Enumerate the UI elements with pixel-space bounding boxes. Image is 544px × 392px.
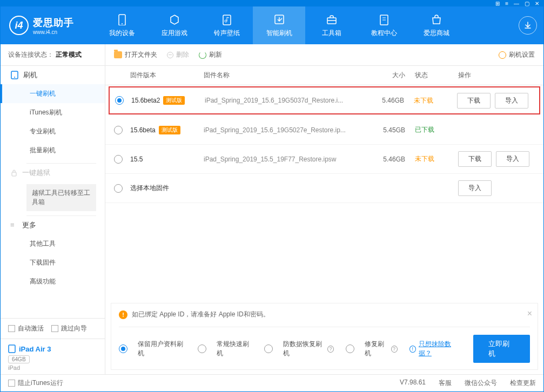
maximize-icon[interactable]: ▢ bbox=[525, 1, 529, 6]
gear-icon bbox=[499, 51, 506, 59]
import-button[interactable]: 导入 bbox=[496, 151, 529, 167]
info-icon[interactable]: ! bbox=[409, 346, 416, 353]
firmware-status: 未下载 bbox=[405, 154, 448, 164]
sidebar-section-flash[interactable]: 刷机 bbox=[1, 66, 105, 84]
titlebar: ⊞ ≡ — ▢ ✕ bbox=[1, 1, 543, 6]
firmware-size: 5.45GB bbox=[363, 126, 405, 134]
flash-mode-option-2[interactable]: 防数据恢复刷机? bbox=[264, 340, 334, 358]
version-label: V7.98.61 bbox=[400, 379, 426, 388]
tablet-icon bbox=[8, 344, 16, 353]
logo: i4 爱思助手 www.i4.cn bbox=[9, 16, 96, 35]
sidebar-item-flash-2[interactable]: 专业刷机 bbox=[1, 122, 105, 141]
block-itunes-checkbox[interactable]: 阻止iTunes运行 bbox=[8, 379, 63, 388]
flash-now-button[interactable]: 立即刷机 bbox=[473, 335, 530, 363]
nav-tab-device[interactable]: 我的设备 bbox=[96, 6, 148, 44]
version-text: 15.6beta bbox=[130, 126, 156, 134]
version-text: 15.6beta2 bbox=[131, 97, 160, 104]
nav-tab-apps[interactable]: 应用游戏 bbox=[148, 6, 200, 44]
radio-button[interactable] bbox=[346, 344, 354, 353]
jailbreak-note: 越狱工具已转移至工具箱 bbox=[26, 184, 96, 211]
import-button[interactable]: 导入 bbox=[495, 93, 528, 109]
warning-icon: ! bbox=[119, 310, 127, 319]
info-icon[interactable]: ? bbox=[391, 346, 398, 353]
nav-tab-toolbox[interactable]: 工具箱 bbox=[305, 6, 358, 44]
header: i4 爱思助手 www.i4.cn 我的设备应用游戏铃声壁纸智能刷机工具箱教程中… bbox=[1, 6, 543, 44]
skip-guide-checkbox[interactable]: 跳过向导 bbox=[51, 324, 87, 333]
col-status: 状态 bbox=[405, 71, 448, 80]
minimize-icon[interactable]: — bbox=[514, 1, 519, 6]
logo-url: www.i4.cn bbox=[33, 29, 74, 35]
close-notice-button[interactable]: × bbox=[527, 309, 532, 319]
info-icon[interactable]: ? bbox=[327, 346, 334, 353]
radio-button[interactable] bbox=[115, 96, 124, 105]
sidebar: 设备连接状态：正常模式 刷机 一键刷机iTunes刷机专业刷机批量刷机 一键越狱… bbox=[1, 44, 105, 374]
sidebar-item-more-0[interactable]: 其他工具 bbox=[1, 234, 105, 253]
device-info[interactable]: iPad Air 3 64GB iPad bbox=[1, 339, 105, 374]
flash-mode-option-0[interactable]: 保留用户资料刷机 bbox=[119, 340, 186, 358]
svg-point-3 bbox=[225, 20, 227, 22]
col-version: 固件版本 bbox=[130, 71, 204, 80]
connection-status: 设备连接状态：正常模式 bbox=[1, 44, 105, 66]
wechat-link[interactable]: 微信公众号 bbox=[465, 379, 497, 388]
flash-mode-option-3[interactable]: 修复刷机? bbox=[346, 340, 397, 358]
main-panel: 打开文件夹 删除 刷新 刷机设置 固件版本 固件名称 大小 状态 操作 15.6… bbox=[105, 44, 543, 374]
erase-data-link[interactable]: 只想抹除数据？ bbox=[419, 340, 461, 358]
col-name: 固件名称 bbox=[204, 71, 363, 80]
firmware-row[interactable]: 15.6beta测试版iPad_Spring_2019_15.6_19G5027… bbox=[105, 116, 543, 145]
table-header: 固件版本 固件名称 大小 状态 操作 bbox=[105, 66, 543, 85]
radio-button[interactable] bbox=[198, 344, 206, 353]
download-icon bbox=[523, 21, 532, 30]
sidebar-item-flash-3[interactable]: 批量刷机 bbox=[1, 141, 105, 160]
check-update-link[interactable]: 检查更新 bbox=[510, 379, 536, 388]
radio-button[interactable] bbox=[114, 184, 123, 193]
device-icon bbox=[116, 13, 129, 26]
beta-badge: 测试版 bbox=[163, 96, 185, 105]
svg-rect-9 bbox=[12, 172, 16, 176]
firmware-size: 5.46GB bbox=[362, 97, 404, 104]
apps-icon bbox=[168, 13, 181, 26]
sidebar-item-more-1[interactable]: 下载固件 bbox=[1, 253, 105, 272]
close-icon[interactable]: ✕ bbox=[535, 1, 539, 6]
sidebar-item-more-2[interactable]: 高级功能 bbox=[1, 272, 105, 291]
nav-tab-book[interactable]: 教程中心 bbox=[358, 6, 410, 44]
import-button[interactable]: 导入 bbox=[458, 180, 492, 196]
flash-settings-button[interactable]: 刷机设置 bbox=[499, 50, 535, 59]
grid-icon[interactable]: ⊞ bbox=[495, 1, 500, 6]
refresh-icon bbox=[199, 51, 206, 59]
beta-badge: 测试版 bbox=[159, 126, 180, 134]
radio-button[interactable] bbox=[114, 155, 123, 164]
download-button[interactable]: 下载 bbox=[458, 151, 492, 167]
radio-button[interactable] bbox=[114, 126, 123, 134]
col-size: 大小 bbox=[363, 71, 405, 80]
radio-button[interactable] bbox=[119, 344, 127, 353]
notice-text: 如已绑定 Apple ID，请准备好 Apple ID和密码。 bbox=[132, 310, 270, 319]
flash-mode-option-1[interactable]: 常规快速刷机 bbox=[198, 340, 252, 358]
auto-activate-checkbox[interactable]: 自动激活 bbox=[8, 324, 44, 333]
folder-icon bbox=[114, 51, 122, 58]
menu-icon[interactable]: ≡ bbox=[505, 1, 508, 6]
lock-icon bbox=[10, 169, 18, 177]
customer-service-link[interactable]: 客服 bbox=[439, 379, 452, 388]
refresh-button[interactable]: 刷新 bbox=[199, 50, 222, 59]
toolbox-icon bbox=[325, 13, 338, 26]
shop-icon bbox=[430, 13, 443, 26]
sidebar-section-more[interactable]: ≡ 更多 bbox=[1, 216, 105, 234]
firmware-name: iPad_Spring_2019_15.6_19G5027e_Restore.i… bbox=[204, 126, 363, 134]
sidebar-item-flash-1[interactable]: iTunes刷机 bbox=[1, 103, 105, 122]
notice-panel: × ! 如已绑定 Apple ID，请准备好 Apple ID和密码。 保留用户… bbox=[111, 303, 538, 370]
download-center-button[interactable] bbox=[519, 16, 537, 35]
nav-tab-shop[interactable]: 爱思商城 bbox=[410, 6, 462, 44]
nav-tab-flash[interactable]: 智能刷机 bbox=[253, 6, 305, 44]
delete-button: 删除 bbox=[167, 50, 189, 59]
radio-button[interactable] bbox=[264, 344, 273, 353]
firmware-row[interactable]: 15.6beta2测试版iPad_Spring_2019_15.6_19G503… bbox=[109, 86, 540, 114]
device-type: iPad bbox=[8, 364, 97, 371]
firmware-row[interactable]: 15.5iPad_Spring_2019_15.5_19F77_Restore.… bbox=[105, 145, 543, 174]
logo-title: 爱思助手 bbox=[33, 16, 74, 29]
firmware-name: iPad_Spring_2019_15.5_19F77_Restore.ipsw bbox=[204, 156, 363, 163]
firmware-row[interactable]: 选择本地固件导入 bbox=[105, 174, 543, 203]
sidebar-item-flash-0[interactable]: 一键刷机 bbox=[1, 84, 105, 103]
download-button[interactable]: 下载 bbox=[457, 93, 491, 109]
open-folder-button[interactable]: 打开文件夹 bbox=[114, 50, 157, 59]
nav-tab-music[interactable]: 铃声壁纸 bbox=[200, 6, 253, 44]
